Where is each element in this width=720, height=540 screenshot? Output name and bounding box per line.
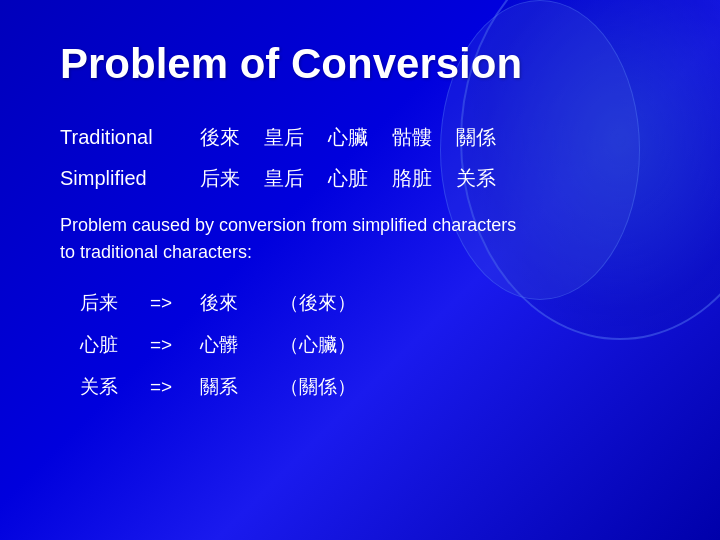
description-line2: to traditional characters:: [60, 242, 252, 262]
conv-original-2: （心臟）: [280, 332, 356, 358]
conv-target-3: 關系: [200, 374, 280, 400]
traditional-row: Traditional 後來 皇后 心臟 骷髏 關係: [60, 124, 660, 151]
conv-source-3: 关系: [80, 374, 150, 400]
conv-row-2: 心脏 => 心髒 （心臟）: [80, 332, 660, 358]
conv-source-2: 心脏: [80, 332, 150, 358]
conv-arrow-2: =>: [150, 334, 200, 356]
simplified-row: Simplified 后来 皇后 心脏 胳脏 关系: [60, 165, 660, 192]
conv-row-1: 后来 => 後來 （後來）: [80, 290, 660, 316]
conv-arrow-3: =>: [150, 376, 200, 398]
character-table: Traditional 後來 皇后 心臟 骷髏 關係 Simplified 后来…: [60, 124, 660, 192]
page-title: Problem of Conversion: [60, 40, 660, 88]
trad-char-5: 關係: [456, 124, 496, 151]
trad-char-4: 骷髏: [392, 124, 432, 151]
conv-original-3: （關係）: [280, 374, 356, 400]
conv-original-1: （後來）: [280, 290, 356, 316]
simp-char-4: 胳脏: [392, 165, 432, 192]
conv-source-1: 后来: [80, 290, 150, 316]
conversion-table: 后来 => 後來 （後來） 心脏 => 心髒 （心臟） 关系 => 關系 （關係…: [80, 290, 660, 400]
simplified-label: Simplified: [60, 167, 200, 190]
main-content: Problem of Conversion Traditional 後來 皇后 …: [0, 0, 720, 446]
trad-char-1: 後來: [200, 124, 240, 151]
simp-char-5: 关系: [456, 165, 496, 192]
simplified-chars: 后来 皇后 心脏 胳脏 关系: [200, 165, 496, 192]
conv-arrow-1: =>: [150, 292, 200, 314]
conv-row-3: 关系 => 關系 （關係）: [80, 374, 660, 400]
description-line1: Problem caused by conversion from simpli…: [60, 215, 516, 235]
trad-char-2: 皇后: [264, 124, 304, 151]
conv-target-2: 心髒: [200, 332, 280, 358]
description-text: Problem caused by conversion from simpli…: [60, 212, 660, 266]
simp-char-1: 后来: [200, 165, 240, 192]
traditional-label: Traditional: [60, 126, 200, 149]
simp-char-3: 心脏: [328, 165, 368, 192]
trad-char-3: 心臟: [328, 124, 368, 151]
simp-char-2: 皇后: [264, 165, 304, 192]
conv-target-1: 後來: [200, 290, 280, 316]
traditional-chars: 後來 皇后 心臟 骷髏 關係: [200, 124, 496, 151]
